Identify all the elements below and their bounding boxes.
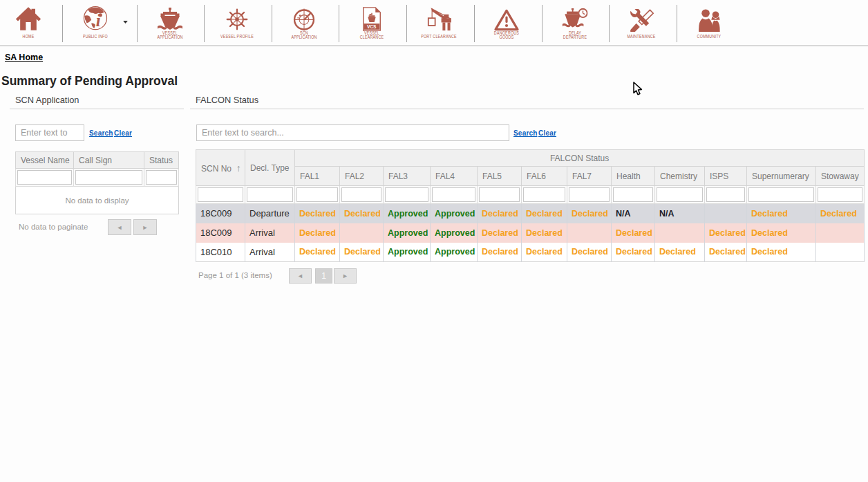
svg-text:VCS: VCS: [367, 24, 377, 29]
svg-text:i: i: [96, 11, 101, 30]
